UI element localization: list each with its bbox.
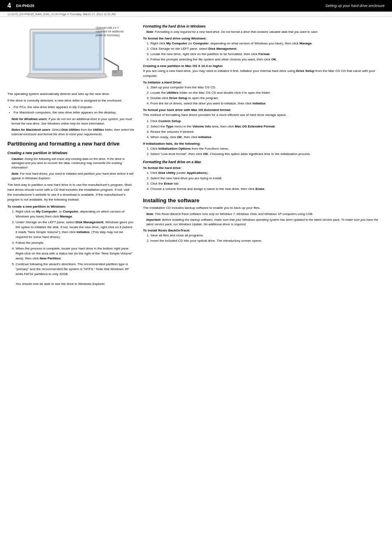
list-item: Double-click Drive Setup to open the pro…	[150, 96, 385, 101]
list-item: Save all files and close all programs.	[150, 233, 385, 238]
list-item: Insert the included CD into your optical…	[150, 238, 385, 243]
caution-box: Caution: Doing the following will erase …	[12, 157, 135, 170]
list-item: Select the new hard drive you are trying…	[150, 176, 385, 181]
list-item: Continue following the wizard's directio…	[16, 262, 135, 287]
install-important: Important: Before installing the backup …	[146, 218, 385, 227]
bullet-list: For PCs, the new drive letter appears in…	[14, 105, 135, 115]
list-item: Select the Type menu in the Volume info …	[150, 124, 385, 129]
install-important-text: : Before installing the backup software,…	[146, 218, 378, 226]
list-item: Start up your computer from the Mac OS C…	[150, 85, 385, 90]
list-item: Click Storage on the LEFT pane, select D…	[150, 46, 385, 51]
install-steps: Save all files and close all programs. I…	[150, 233, 385, 243]
format-mac-steps: Click Disk Utility (under Applications).…	[150, 171, 385, 192]
note-partition-text: : For new hard drives, you need to initi…	[12, 172, 133, 180]
caution-label: Caution	[12, 157, 23, 161]
list-item: Under Storage on the LEFT pane, select D…	[16, 220, 135, 240]
image-caption: Optional USB 2.0 Y connector for additio…	[96, 26, 131, 37]
note-mac: Notes for Macintosh users: Select Disk U…	[12, 128, 135, 136]
mac-extended-intro: This method of formatting hard drives pr…	[143, 113, 385, 118]
format-windows-note-text: : Formatting is only required for a new …	[153, 30, 318, 34]
main-content: → Optional USB 2.0 Y connector for addit…	[0, 17, 392, 293]
install-note-label: Note	[146, 212, 153, 216]
list-item: Select "Low level format", then click OK…	[150, 152, 385, 157]
list-item: Locate the new drive, right click on the…	[150, 52, 385, 57]
svg-rect-7	[112, 70, 122, 76]
creating-partition-subheading: Creating a new partition in Windows	[7, 151, 135, 155]
best-way-para: The best way to partition a new hard dri…	[7, 183, 135, 202]
list-item: Right click on My Computer, or Computer,…	[16, 209, 135, 219]
list-item: Right click My Computer (or Computer, de…	[150, 41, 385, 46]
note-partition-label: Note	[12, 172, 18, 176]
mac-init-step-heading: To initialize a Hard Drive:	[143, 81, 385, 84]
caution-text: : Doing the following will erase any exi…	[12, 157, 125, 169]
svg-rect-4	[28, 74, 106, 78]
install-important-label: Important	[146, 218, 161, 222]
mac-init-steps: Start up your computer from the Mac OS C…	[150, 85, 385, 106]
page: 4 DX-PHD25 Setting up your hard drive en…	[0, 0, 392, 555]
section-title: Setting up your hard drive enclosure	[325, 4, 385, 8]
format-windows-note: Note: Formatting is only required for a …	[146, 30, 385, 35]
format-mac-step-heading: To format the hard drive:	[143, 166, 385, 170]
left-column: → Optional USB 2.0 Y connector for addit…	[7, 21, 135, 289]
svg-line-5	[104, 58, 118, 66]
header-bar: 4 DX-PHD25 Setting up your hard drive en…	[0, 0, 392, 12]
list-item: Click Disk Utility (under Applications).	[150, 171, 385, 176]
list-item: Click the Erase tab.	[150, 181, 385, 186]
note-mac-label: Notes for Macintosh users	[12, 128, 50, 132]
install-section-heading: Installing the software	[143, 197, 385, 204]
list-item: Locate the Utilities folder on the Mac O…	[150, 90, 385, 95]
list-item: Follow the prompts.	[16, 240, 135, 245]
svg-text:→: →	[97, 53, 99, 56]
list-item: Resize the volumes if desired.	[150, 130, 385, 134]
list-item: When the process is complete, locate you…	[16, 246, 135, 261]
list-item: Follow the prompts selecting the file sy…	[150, 57, 385, 62]
list-item: From the list of drives, select the driv…	[150, 101, 385, 106]
svg-rect-8	[113, 72, 117, 72]
note-partition: Note: For new hard drives, you need to i…	[12, 172, 135, 180]
install-note-text: : This Roxio BackOnTrack software runs o…	[153, 212, 313, 216]
install-step-heading: To install Roxio BackOnTrack:	[143, 229, 385, 232]
file-info-text: 11-0170_DX-PHD25_MAN_ENG_V1.fm Page 4 Th…	[7, 13, 116, 16]
list-item: Click Custom Setup.	[150, 119, 385, 124]
format-windows-steps: Right click My Computer (or Computer, de…	[150, 41, 385, 62]
create-partition-step-heading: To create a new partition in Windows:	[7, 205, 135, 208]
format-windows-note-label: Note	[146, 30, 153, 34]
svg-rect-2	[35, 34, 99, 68]
mac-partition-intro: If you are using a new hard drive, you m…	[143, 69, 385, 79]
list-item: Click Initialization Options from the Fu…	[150, 146, 385, 151]
intro-para-1: The operating system automatically detec…	[7, 92, 135, 97]
intro-para-2: If the drive is correctly detected, a ne…	[7, 98, 135, 103]
list-item: For PCs, the new drive letter appears in…	[14, 105, 135, 110]
right-column: Formatting the hard drive in Windows Not…	[143, 21, 385, 289]
list-item: When ready, click OK, then click Initial…	[150, 135, 385, 140]
note-windows: Note for Windows users: If you do not se…	[12, 117, 135, 126]
create-partition-steps: Right click on My Computer, or Computer,…	[16, 209, 135, 287]
page-number: 4	[7, 2, 11, 9]
mac-partition-heading: Creating a new partition in Mac OS X 10.…	[143, 64, 385, 68]
init-fail-heading: If initialization fails, do the followin…	[143, 142, 385, 146]
install-note: Note: This Roxio BackOnTrack software ru…	[146, 212, 385, 217]
init-fail-steps: Click Initialization Options from the Fu…	[150, 146, 385, 157]
format-windows-step-heading: To format the hard drive using Windows:	[143, 37, 385, 40]
install-intro: The installation CD includes backup soft…	[143, 206, 385, 210]
format-mac-heading: Formatting the hard drive on a Mac	[143, 160, 385, 164]
product-image-area: → Optional USB 2.0 Y connector for addit…	[7, 21, 135, 87]
partitioning-section-heading: Partitioning and formatting a new hard d…	[7, 141, 135, 148]
mac-extended-heading: To format your hard drive with Mac OS Ex…	[143, 108, 385, 112]
note-windows-label: Note for Windows users	[12, 117, 47, 121]
file-info-bar: 11-0170_DX-PHD25_MAN_ENG_V1.fm Page 4 Th…	[0, 12, 392, 17]
mac-extended-steps: Click Custom Setup. Select the Type menu…	[150, 119, 385, 140]
format-windows-heading: Formatting the hard drive in Windows	[143, 24, 385, 28]
list-item: For Macintosh computers, the new drive l…	[14, 110, 135, 115]
list-item: Choose a volume format and assign a name…	[150, 187, 385, 192]
model-name: DX-PHD25	[16, 4, 325, 8]
